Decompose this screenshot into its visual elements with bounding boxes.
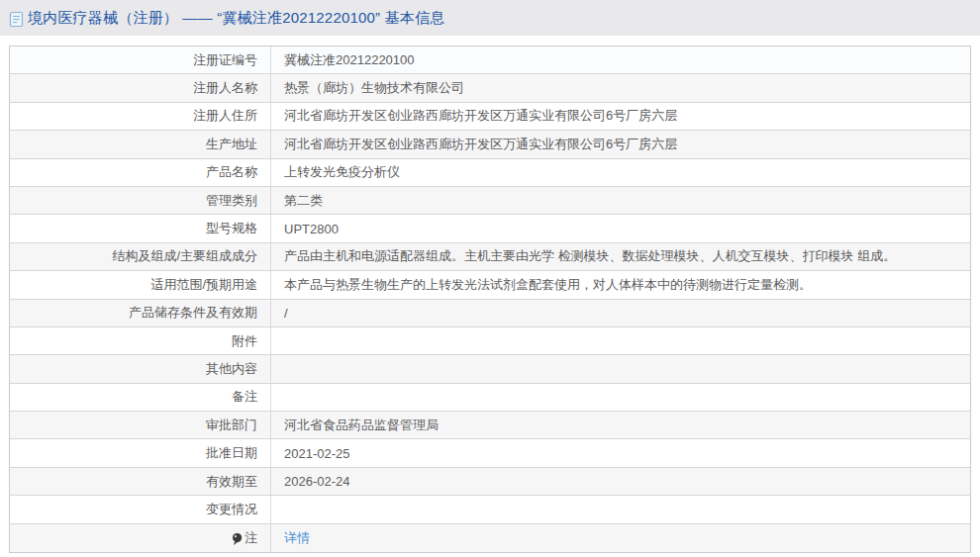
table-row-production-address: 生产地址 河北省廊坊开发区创业路西廊坊开发区万通实业有限公司6号厂房六层 [10,131,970,158]
row-label: 结构及组成/主要组成成分 [10,243,270,270]
row-label: 变更情况 [10,496,270,522]
header-bar: 境内医疗器械（注册） —— “冀械注准20212220100” 基本信息 [0,0,980,36]
table-row-structure-composition: 结构及组成/主要组成成分 产品由主机和电源适配器组成。主机主要由光学 检测模块、… [10,243,970,271]
row-label-text: 注 [245,529,257,547]
row-label: 审批部门 [10,412,270,438]
table-row-model-spec: 型号规格 UPT2800 [10,215,970,242]
table-row-valid-until: 有效期至 2026-02-24 [10,468,970,496]
row-label: 注 [10,524,270,552]
table-row-approval-department: 审批部门 河北省食品药品监督管理局 [10,412,970,439]
table-row-approval-date: 批准日期 2021-02-25 [10,439,970,467]
page: 境内医疗器械（注册） —— “冀械注准20212220100” 基本信息 注册证… [0,0,980,557]
row-label: 备注 [10,384,270,411]
row-value [270,384,970,411]
row-value: 产品由主机和电源适配器组成。主机主要由光学 检测模块、数据处理模块、人机交互模块… [270,243,970,270]
table-row-storage-conditions: 产品储存条件及有效期 / [10,300,970,327]
row-label: 注册人名称 [10,74,270,101]
row-value: 热景（廊坊）生物技术有限公司 [270,74,970,101]
row-value: 河北省廊坊开发区创业路西廊坊开发区万通实业有限公司6号厂房六层 [270,131,970,157]
row-label: 其他内容 [10,355,270,382]
table-row-management-category: 管理类别 第二类 [10,187,970,215]
row-label: 产品储存条件及有效期 [10,300,270,326]
row-value: 第二类 [270,187,970,214]
row-value: 本产品与热景生物生产的上转发光法试剂盒配套使用，对人体样本中的待测物进行定量检测… [270,271,970,298]
table-row-remarks: 备注 [10,384,970,412]
row-value [270,327,970,354]
row-value: 上转发光免疫分析仪 [270,159,970,186]
document-icon [9,11,24,28]
table-row-intended-use: 适用范围/预期用途 本产品与热景生物生产的上转发光法试剂盒配套使用，对人体样本中… [10,271,970,299]
note-balloon-icon [232,532,243,546]
table-row-registrant-name: 注册人名称 热景（廊坊）生物技术有限公司 [10,74,970,102]
row-label: 适用范围/预期用途 [10,271,270,298]
row-value: 2026-02-24 [270,468,970,495]
row-label: 有效期至 [10,468,270,495]
row-label: 注册证编号 [10,46,270,73]
row-value: UPT2800 [270,215,970,241]
table-row-attachments: 附件 [10,327,970,355]
table-row-registrant-address: 注册人住所 河北省廊坊开发区创业路西廊坊开发区万通实业有限公司6号厂房六层 [10,103,970,131]
row-label: 型号规格 [10,215,270,241]
table-row-registration-number: 注册证编号 冀械注准20212220100 [10,46,970,74]
row-value: 2021-02-25 [270,439,970,466]
table-row-note: 注 详情 [10,524,970,552]
table-row-product-name: 产品名称 上转发光免疫分析仪 [10,159,970,187]
row-value: 冀械注准20212220100 [270,46,970,73]
row-label: 产品名称 [10,159,270,186]
row-value: 详情 [270,524,970,552]
row-value: / [270,300,970,326]
row-value: 河北省食品药品监督管理局 [270,412,970,438]
row-value [270,355,970,382]
row-label: 生产地址 [10,131,270,157]
row-label: 批准日期 [10,439,270,466]
table-row-change-status: 变更情况 [10,496,970,523]
registration-info-table: 注册证编号 冀械注准20212220100 注册人名称 热景（廊坊）生物技术有限… [9,46,971,553]
table-row-other-content: 其他内容 [10,355,970,383]
row-value: 河北省廊坊开发区创业路西廊坊开发区万通实业有限公司6号厂房六层 [270,103,970,130]
row-label: 管理类别 [10,187,270,214]
page-title: 境内医疗器械（注册） —— “冀械注准20212220100” 基本信息 [28,9,444,28]
row-label: 注册人住所 [10,103,270,130]
note-details-link[interactable]: 详情 [284,529,310,547]
row-label: 附件 [10,327,270,354]
row-value [270,496,970,522]
